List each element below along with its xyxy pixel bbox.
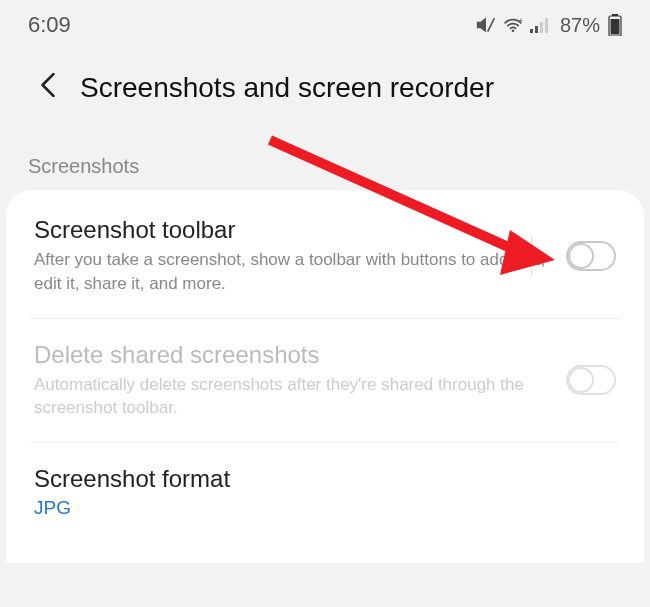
toggle-knob (568, 243, 594, 269)
signal-icon (530, 17, 550, 33)
svg-line-0 (488, 18, 495, 31)
svg-rect-4 (540, 22, 543, 33)
battery-icon (608, 14, 622, 36)
status-bar: 6:09 + 87% (0, 0, 650, 46)
screenshot-toolbar-toggle[interactable] (566, 241, 616, 271)
delete-shared-toggle (566, 365, 616, 395)
settings-card: Screenshot toolbar After you take a scre… (6, 190, 644, 563)
row-description: Automatically delete screenshots after t… (34, 373, 550, 421)
svg-text:+: + (518, 16, 523, 25)
toggle-knob (568, 367, 594, 393)
back-button[interactable] (36, 68, 60, 107)
svg-rect-2 (530, 29, 533, 33)
wifi-icon: + (502, 16, 524, 34)
delete-shared-row: Delete shared screenshots Automatically … (6, 319, 644, 443)
row-separator (531, 235, 532, 277)
mute-icon (476, 15, 496, 35)
row-title: Delete shared screenshots (34, 341, 550, 369)
svg-rect-3 (535, 26, 538, 33)
screenshot-toolbar-row[interactable]: Screenshot toolbar After you take a scre… (6, 194, 644, 318)
row-description: After you take a screenshot, show a tool… (34, 248, 550, 296)
status-indicators: + 87% (476, 14, 622, 37)
row-title: Screenshot format (34, 465, 600, 493)
battery-percent: 87% (560, 14, 600, 37)
svg-rect-5 (545, 18, 548, 33)
svg-rect-8 (611, 19, 620, 35)
header: Screenshots and screen recorder (0, 46, 650, 115)
row-value: JPG (34, 497, 600, 519)
screenshot-format-row[interactable]: Screenshot format JPG (6, 443, 644, 541)
row-title: Screenshot toolbar (34, 216, 550, 244)
page-title: Screenshots and screen recorder (80, 72, 494, 104)
status-time: 6:09 (28, 12, 71, 38)
section-label: Screenshots (0, 115, 650, 190)
